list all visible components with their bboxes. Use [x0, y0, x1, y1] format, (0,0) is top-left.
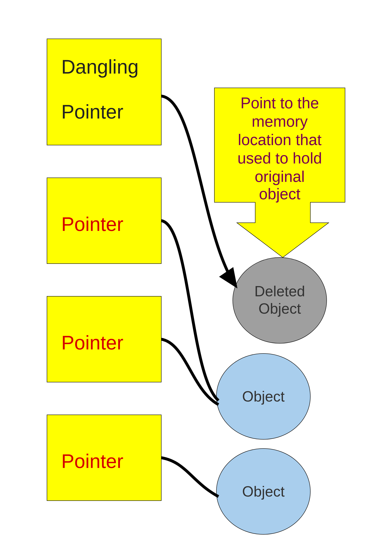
pointer-box-2-label: Pointer — [61, 332, 123, 353]
object-ellipse-2-label: Object — [242, 483, 285, 500]
pointer-box-1-label: Pointer — [61, 213, 123, 235]
object-ellipse-1-label: Object — [242, 388, 285, 405]
pointer-box-3-label: Pointer — [61, 450, 123, 472]
arrow-pointer3-to-object2 — [161, 458, 218, 497]
callout-line-3: location that — [238, 131, 321, 148]
pointer-box-3: Pointer — [47, 415, 161, 501]
dangling-pointer-label-2: Pointer — [61, 101, 123, 123]
deleted-object-label-1: Deleted — [254, 283, 305, 299]
callout-line-2: memory — [252, 113, 308, 130]
object-ellipse-2: Object — [216, 449, 310, 534]
dangling-pointer-label-1: Dangling — [61, 56, 139, 78]
svg-rect-0 — [47, 39, 161, 145]
callout: Point to the memory location that used t… — [214, 88, 345, 257]
pointer-box-2: Pointer — [47, 296, 161, 382]
arrow-pointer2-to-object1 — [161, 339, 218, 405]
callout-line-4: used to hold — [237, 149, 322, 167]
callout-line-1: Point to the — [241, 94, 319, 112]
dangling-pointer-box: Dangling Pointer — [47, 39, 161, 145]
object-ellipse-1: Object — [216, 353, 310, 439]
deleted-object-label-2: Object — [258, 300, 301, 317]
arrow-pointer1-to-object1 — [161, 221, 218, 401]
deleted-object-ellipse: Deleted Object — [233, 257, 327, 343]
callout-line-6: object — [259, 185, 300, 203]
pointer-box-1: Pointer — [47, 178, 161, 264]
callout-line-5: original — [255, 168, 305, 185]
